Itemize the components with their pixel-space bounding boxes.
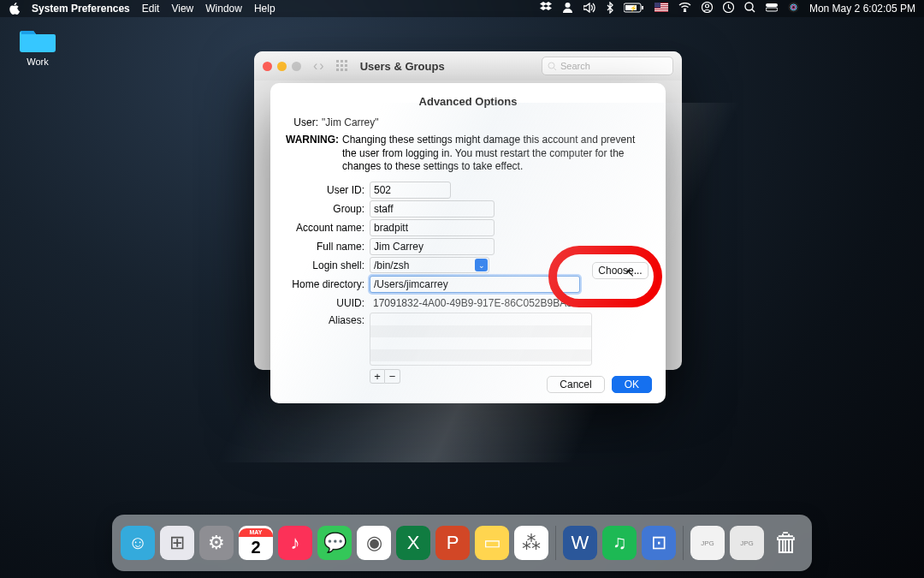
account-name-label: Account name:: [286, 222, 370, 234]
dock-app-system-preferences[interactable]: ⚙: [199, 526, 234, 560]
menubar-item-edit[interactable]: Edit: [142, 3, 160, 15]
dock-app-slack[interactable]: ⁂: [514, 526, 548, 560]
add-alias-button[interactable]: +: [370, 369, 385, 384]
control-center-icon[interactable]: [766, 3, 778, 15]
svg-point-22: [548, 63, 554, 69]
dock-app-launchpad[interactable]: ⊞: [160, 526, 194, 560]
dock: ☺⊞⚙MAY2♪💬◉XP▭⁂W♫⊡JPGJPG🗑: [112, 515, 812, 571]
window-titlebar: ‹ › Users & Groups Search: [254, 51, 682, 80]
time-machine-icon[interactable]: [723, 2, 734, 15]
user-id-label: User ID:: [286, 184, 370, 196]
login-shell-select[interactable]: /bin/zsh: [370, 257, 489, 273]
advanced-options-sheet: Advanced Options User: "Jim Carrey" WARN…: [270, 83, 666, 403]
search-placeholder: Search: [560, 61, 590, 71]
menubar-app-name[interactable]: System Preferences: [32, 3, 130, 15]
nav-forward-button[interactable]: ›: [319, 58, 323, 74]
flag-icon[interactable]: [654, 3, 668, 15]
dock-app-word[interactable]: W: [563, 526, 597, 560]
svg-text:⚡: ⚡: [630, 4, 637, 12]
dock-app-excel[interactable]: X: [396, 526, 430, 560]
search-field[interactable]: Search: [542, 57, 673, 75]
svg-point-14: [705, 4, 708, 8]
bluetooth-icon[interactable]: [607, 2, 613, 16]
full-name-label: Full name:: [286, 241, 370, 253]
desktop-folder-work[interactable]: Work: [12, 26, 63, 67]
menubar-item-help[interactable]: Help: [254, 3, 275, 15]
dock-app-trash[interactable]: 🗑: [769, 526, 803, 560]
wifi-icon[interactable]: [678, 3, 691, 15]
full-name-field[interactable]: [370, 238, 495, 255]
user-label: User:: [286, 116, 322, 128]
chevron-updown-icon: ⌄: [475, 259, 488, 271]
dock-app-chrome[interactable]: ◉: [357, 526, 391, 560]
menubar-item-window[interactable]: Window: [205, 3, 242, 15]
user-value: "Jim Carrey": [322, 116, 379, 128]
window-minimize-button[interactable]: [277, 62, 287, 71]
dock-app-jpg2[interactable]: JPG: [730, 526, 764, 560]
window-title: Users & Groups: [360, 60, 445, 73]
menubar-clock[interactable]: Mon May 2 6:02:05 PM: [809, 3, 915, 15]
group-label: Group:: [286, 203, 370, 215]
dock-app-messages[interactable]: 💬: [317, 526, 352, 560]
aliases-list[interactable]: [370, 313, 592, 366]
window-close-button[interactable]: [263, 62, 272, 71]
remove-alias-button[interactable]: −: [385, 369, 400, 384]
dock-separator: [555, 526, 556, 560]
dock-app-calendar[interactable]: MAY2: [239, 526, 273, 560]
svg-point-19: [788, 3, 798, 13]
svg-rect-2: [642, 6, 643, 9]
dock-app-spotify[interactable]: ♫: [602, 526, 637, 560]
login-shell-label: Login shell:: [286, 259, 370, 271]
dock-app-music[interactable]: ♪: [278, 526, 312, 560]
dock-app-jpg1[interactable]: JPG: [690, 526, 725, 560]
svg-point-0: [565, 3, 570, 8]
volume-icon[interactable]: [583, 3, 596, 15]
nav-back-button[interactable]: ‹: [313, 58, 317, 74]
uuid-label: UUID:: [286, 297, 370, 309]
dock-separator: [683, 526, 684, 560]
show-all-icon[interactable]: [336, 60, 348, 72]
svg-rect-9: [654, 9, 668, 9]
siri-icon[interactable]: [788, 2, 799, 15]
user-id-field[interactable]: [370, 182, 451, 199]
home-directory-field[interactable]: [370, 276, 580, 293]
svg-rect-17: [766, 3, 778, 7]
svg-rect-10: [654, 10, 668, 11]
search-icon: [548, 62, 557, 71]
uuid-value: 17091832-4A00-49B9-917E-86C052B9BA54: [370, 297, 578, 309]
warning-text: Changing these settings might damage thi…: [342, 134, 650, 174]
dock-app-notes[interactable]: ▭: [475, 526, 509, 560]
desktop-folder-label: Work: [12, 57, 63, 67]
svg-rect-18: [766, 8, 778, 11]
group-field[interactable]: [370, 200, 495, 217]
svg-point-12: [684, 10, 685, 12]
menubar: System Preferences Edit View Window Help…: [0, 0, 924, 17]
menubar-item-view[interactable]: View: [171, 3, 193, 15]
folder-icon: [20, 26, 56, 53]
dock-app-control-center[interactable]: ⊡: [642, 526, 676, 560]
battery-icon[interactable]: ⚡: [624, 3, 644, 15]
ok-button[interactable]: OK: [612, 376, 652, 393]
sheet-title: Advanced Options: [270, 95, 666, 108]
aliases-label: Aliases:: [286, 313, 370, 326]
dock-app-powerpoint[interactable]: P: [435, 526, 470, 560]
account-icon[interactable]: [702, 2, 713, 15]
window-zoom-button[interactable]: [292, 62, 301, 71]
dock-app-finder[interactable]: ☺: [121, 526, 155, 560]
warning-label: WARNING:: [286, 134, 342, 174]
svg-rect-11: [654, 3, 660, 8]
apple-logo-icon[interactable]: [9, 3, 20, 15]
home-directory-label: Home directory:: [286, 278, 370, 290]
spotlight-icon[interactable]: [744, 2, 755, 15]
svg-point-16: [745, 3, 753, 10]
choose-button[interactable]: Choose...: [592, 262, 649, 279]
user-icon[interactable]: [562, 2, 573, 15]
account-name-field[interactable]: [370, 219, 495, 236]
dropbox-icon[interactable]: [540, 2, 552, 15]
cancel-button[interactable]: Cancel: [547, 376, 604, 393]
